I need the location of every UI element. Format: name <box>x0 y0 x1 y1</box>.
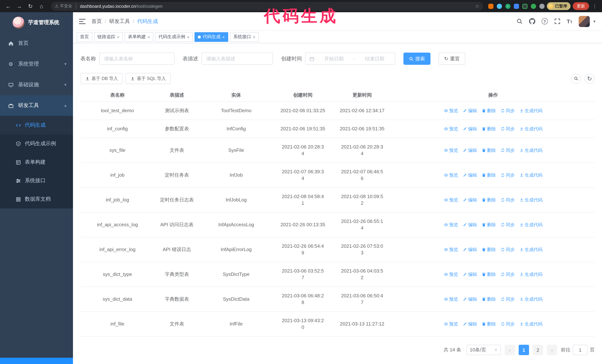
import-db-button[interactable]: 基于 DB 导入 <box>80 73 123 84</box>
tab-close-icon[interactable]: × <box>253 35 255 39</box>
address-bar[interactable]: ⚠ 不安全 dashboard.yudao.iocoder.cn /tool/c… <box>51 2 483 10</box>
sync-link[interactable]: 同步 <box>500 221 515 228</box>
extension-icon[interactable] <box>497 3 502 9</box>
browser-menu-icon[interactable]: ⋮ <box>591 3 598 9</box>
sidebar-item-codegen[interactable]: 代码生成 <box>0 116 73 135</box>
table-row[interactable]: sys_dict_type 字典类型表 SysDictType 2021-03-… <box>80 262 595 287</box>
security-warning[interactable]: ⚠ 不安全 <box>55 3 72 9</box>
sidebar-item-form-builder[interactable]: 表单构建 <box>0 153 73 171</box>
delete-link[interactable]: 删除 <box>481 197 496 203</box>
forward-icon[interactable]: → <box>15 2 24 10</box>
preview-link[interactable]: 预览 <box>444 321 458 327</box>
extension-icon[interactable] <box>522 3 527 9</box>
preview-link[interactable]: 预览 <box>444 246 458 253</box>
generate-code-link[interactable]: 生成代码 <box>519 221 543 228</box>
generate-code-link[interactable]: 生成代码 <box>519 271 543 278</box>
delete-link[interactable]: 删除 <box>481 107 496 114</box>
tab-close-icon[interactable]: × <box>117 35 119 39</box>
fullscreen-icon[interactable] <box>554 18 560 24</box>
tab-form-builder[interactable]: 表单构建 × <box>125 32 153 42</box>
delete-link[interactable]: 删除 <box>481 147 496 154</box>
profile-paused-badge[interactable]: 已暂停 <box>547 2 570 10</box>
import-sql-button[interactable]: 基于 SQL 导入 <box>126 73 171 84</box>
reload-icon[interactable]: ↻ <box>26 2 35 10</box>
sidebar-item-dev-tools[interactable]: 研发工具 ▲ <box>0 95 73 116</box>
table-row[interactable]: inf_config 参数配置表 InfConfig 2021-02-06 19… <box>80 120 595 138</box>
extension-icon[interactable] <box>514 3 519 9</box>
reset-button[interactable]: ↻ 重置 <box>439 52 465 65</box>
refresh-table-button[interactable]: ↻ <box>585 73 595 83</box>
extension-icon[interactable] <box>488 3 494 9</box>
generate-code-link[interactable]: 生成代码 <box>519 296 543 302</box>
sync-link[interactable]: 同步 <box>500 172 515 178</box>
delete-link[interactable]: 删除 <box>481 125 496 132</box>
page-button-1[interactable]: 1 <box>519 345 529 355</box>
edit-link[interactable]: 编辑 <box>462 172 477 178</box>
table-row[interactable]: inf_api_error_log API 错误日志 InfApiErrorLo… <box>80 237 595 262</box>
tab-codegen[interactable]: 代码生成 × <box>195 32 228 42</box>
caret-down-icon[interactable]: ▼ <box>593 20 596 23</box>
sidebar-item-system[interactable]: ⚙ 系统管理 ▼ <box>0 54 73 74</box>
back-icon[interactable]: ← <box>4 2 13 10</box>
home-icon[interactable]: ⌂ <box>37 2 46 10</box>
preview-link[interactable]: 预览 <box>444 197 458 203</box>
generate-code-link[interactable]: 生成代码 <box>519 197 543 203</box>
preview-link[interactable]: 预览 <box>444 271 458 278</box>
edit-link[interactable]: 编辑 <box>462 147 477 154</box>
help-icon[interactable]: ? <box>542 18 548 24</box>
sync-link[interactable]: 同步 <box>500 321 515 327</box>
delete-link[interactable]: 删除 <box>481 296 496 302</box>
table-row[interactable]: tool_test_demo 测试示例表 ToolTestDemo 2021-0… <box>80 102 595 120</box>
next-page-button[interactable]: › <box>547 345 557 355</box>
page-button-2[interactable]: 2 <box>533 345 543 355</box>
edit-link[interactable]: 编辑 <box>462 221 477 228</box>
edit-link[interactable]: 编辑 <box>462 107 477 114</box>
toggle-search-button[interactable] <box>571 73 581 83</box>
breadcrumb-home[interactable]: 首页 <box>92 18 102 25</box>
generate-code-link[interactable]: 生成代码 <box>519 321 543 327</box>
generate-code-link[interactable]: 生成代码 <box>519 147 543 154</box>
hamburger-icon[interactable] <box>78 17 86 25</box>
tab-home[interactable]: 首页 <box>77 32 92 42</box>
preview-link[interactable]: 预览 <box>444 221 458 228</box>
edit-link[interactable]: 编辑 <box>462 296 477 302</box>
sync-link[interactable]: 同步 <box>500 197 515 203</box>
delete-link[interactable]: 删除 <box>481 271 496 278</box>
sync-link[interactable]: 同步 <box>500 296 515 302</box>
delete-link[interactable]: 删除 <box>481 321 496 327</box>
delete-link[interactable]: 删除 <box>481 246 496 253</box>
table-row[interactable]: inf_file 文件表 InfFile 2021-03-13 09:43:2 … <box>80 312 595 336</box>
tab-link-trace[interactable]: 链路追踪 × <box>94 32 123 42</box>
breadcrumb-dev-tools[interactable]: 研发工具 <box>109 18 130 25</box>
font-size-icon[interactable]: TT <box>567 18 572 25</box>
edit-link[interactable]: 编辑 <box>462 271 477 278</box>
edit-link[interactable]: 编辑 <box>462 197 477 203</box>
preview-link[interactable]: 预览 <box>444 147 458 154</box>
preview-link[interactable]: 预览 <box>444 172 458 178</box>
generate-code-link[interactable]: 生成代码 <box>519 125 543 132</box>
edit-link[interactable]: 编辑 <box>462 125 477 132</box>
generate-code-link[interactable]: 生成代码 <box>519 246 543 253</box>
delete-link[interactable]: 删除 <box>481 221 496 228</box>
preview-link[interactable]: 预览 <box>444 125 458 132</box>
page-size-select[interactable]: 10条/页 ▼ <box>466 345 501 355</box>
sync-link[interactable]: 同步 <box>500 125 515 132</box>
search-button[interactable]: 搜索 <box>403 52 430 65</box>
extensions-puzzle-icon[interactable] <box>539 3 545 9</box>
tab-close-icon[interactable]: × <box>223 35 225 39</box>
bookmark-star-icon[interactable]: ☆ <box>475 3 479 9</box>
table-desc-input[interactable] <box>202 52 273 65</box>
prev-page-button[interactable]: ‹ <box>505 345 515 355</box>
table-row[interactable]: sys_file 文件表 SysFile 2021-02-06 20:28:3 … <box>80 138 595 163</box>
extension-icon[interactable]: ✓ <box>505 3 510 9</box>
sidebar-item-infra[interactable]: 基础设施 ▼ <box>0 74 73 95</box>
sync-link[interactable]: 同步 <box>500 246 515 253</box>
preview-link[interactable]: 预览 <box>444 296 458 302</box>
github-icon[interactable] <box>529 18 535 24</box>
table-row[interactable]: sys_dict_data 字典数据表 SysDictData 2021-03-… <box>80 287 595 312</box>
sync-link[interactable]: 同步 <box>500 107 515 114</box>
tab-system-api[interactable]: 系统接口 × <box>230 32 259 42</box>
table-row[interactable]: inf_job 定时任务表 InfJob 2021-02-07 06:39:3 … <box>80 163 595 187</box>
sidebar-item-codegen-demo[interactable]: 代码生成示例 <box>0 135 73 153</box>
delete-link[interactable]: 删除 <box>481 172 496 178</box>
